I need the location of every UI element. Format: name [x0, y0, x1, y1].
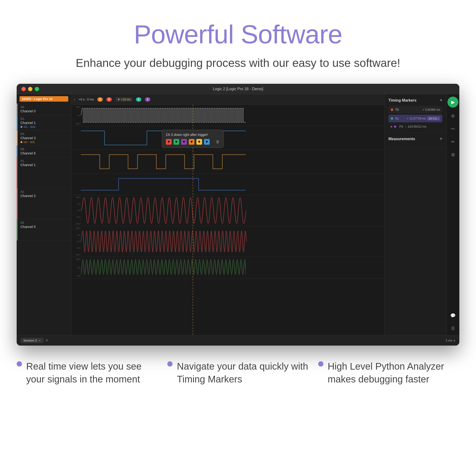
maximize-button[interactable]: [35, 87, 39, 91]
p2-arrow: →: [404, 125, 407, 128]
page-title: Powerful Software: [134, 19, 342, 49]
feature-bullet-2: Navigate your data quickly with Timing M…: [167, 360, 308, 386]
t0-label: T0: [395, 108, 423, 111]
signal-svg-ch3: [81, 150, 246, 173]
session-tab[interactable]: Session 0 ✕: [20, 338, 44, 343]
channel-list: A0. Channel 0 D1. Channel 1 I2C - SDA: [17, 103, 71, 335]
ruler-icon-btn[interactable]: ✏: [449, 137, 457, 146]
session-add[interactable]: +: [46, 338, 48, 343]
feature-bullet-1: Real time view lets you see your signals…: [17, 360, 158, 386]
t1-dot: [391, 117, 393, 120]
protocol-text-d1: I2C - SDA: [24, 125, 35, 128]
waveform-icon-btn[interactable]: 〜: [449, 125, 457, 133]
left-sidebar: DEMO - Logic Pro 16 A0. Channel 0 D1. Ch…: [17, 94, 71, 335]
chat-icon-btn[interactable]: 💬: [449, 311, 457, 320]
tooltip-text: Ch 3 down right after trigger!: [166, 133, 220, 136]
channel-item-d3[interactable]: D3. Channel 3 I2C - SCL: [17, 130, 71, 146]
tooltip-marker-red[interactable]: ▼: [166, 139, 171, 145]
channel-item-a1[interactable]: A1. Channel 1: [17, 157, 71, 188]
y-label-10v: 10 V: [72, 106, 81, 108]
tooltip-marker-green[interactable]: ▼: [173, 139, 179, 145]
channel-protocol-d3: I2C - SCL: [20, 141, 68, 143]
y-label-a1-0v: 0 V: [72, 209, 81, 212]
tooltip-markers: ▼ ▼ ▼ ▼ ▼ ▼ 🗑: [166, 139, 220, 145]
y-label-a2-n10v: -10 V: [72, 254, 81, 256]
tooltip-marker-orange[interactable]: ▼: [189, 139, 194, 145]
icon-bar: ▶ ⚙ 〜 ✏ ⊞ 💬 ☰: [446, 94, 459, 335]
channel-code-d6: D6.: [20, 148, 68, 151]
channel-code-a0: A0.: [20, 105, 68, 109]
measurements-label: Measurements: [389, 137, 415, 141]
time-scale: 2 ms ∧: [445, 339, 456, 342]
add-measurement[interactable]: +: [440, 136, 442, 142]
signal-row-ch3: [71, 150, 384, 174]
channel-name-a2: Channel 2: [20, 194, 68, 198]
y-label-a1-n10v: -10 V: [72, 222, 81, 225]
bullet-dot-1: [17, 361, 22, 367]
tooltip-delete[interactable]: 🗑: [216, 140, 220, 144]
tooltip-marker-purple[interactable]: ▼: [181, 139, 187, 145]
settings-icon-btn[interactable]: ⚙: [449, 112, 457, 120]
y-label-a5-10v: 10 V: [72, 258, 81, 260]
channel-item-a5[interactable]: A5. Channel 5: [17, 219, 71, 241]
features-section: Real time view lets you see your signals…: [17, 360, 459, 386]
y-label-a2-5v: 5 V: [72, 234, 81, 236]
tooltip-marker-blue[interactable]: ▼: [204, 139, 210, 145]
nav-left-arrow[interactable]: ‹: [74, 97, 75, 102]
signal-row-ch0: 10 V 0 V -10 V: [71, 105, 384, 126]
t1-value: 11.67728 ms: [409, 117, 426, 120]
channel-item-d6[interactable]: D6. Channel 6: [17, 146, 71, 157]
timing-marker-p2[interactable]: ▶ P2 → Δ10.85312 ms: [389, 124, 442, 129]
channel-item-a0[interactable]: A0. Channel 0: [17, 103, 71, 115]
time-display: +0 s : 0 ms: [79, 98, 94, 101]
signal-svg-ch0: [81, 105, 246, 126]
feature-item-1: Real time view lets you see your signals…: [17, 360, 158, 386]
feature-item-3: High Level Python Analyzer makes debuggi…: [318, 360, 459, 386]
channel-name-a1: Channel 1: [20, 163, 68, 167]
page-container: Powerful Software Enhance your debugging…: [0, 0, 476, 476]
p2-dot: [394, 126, 396, 128]
minimize-button[interactable]: [28, 87, 32, 91]
session-close[interactable]: ✕: [38, 339, 41, 342]
y-axis-a2: 10 V 5 V 0 V -5 V -10 V: [71, 226, 81, 257]
timeline-area: ‹ +0 s : 0 ms 2 0 ▼ +10 ms 1 2: [71, 94, 384, 335]
channel-code-d1: D1.: [20, 117, 68, 120]
channel-code-d3: D3.: [20, 132, 68, 136]
play-button[interactable]: ▶: [447, 97, 459, 108]
demo-badge: DEMO - Logic Pro 16: [19, 96, 68, 102]
channel-protocol-d1: I2C - SDA: [20, 125, 68, 128]
bullet-dot-2: [167, 361, 172, 367]
trigger-label: +10 ms: [121, 98, 131, 101]
channel-item-d1[interactable]: D1. Channel 1 I2C - SDA: [17, 115, 71, 130]
tooltip-marker-yellow[interactable]: ▼: [196, 139, 202, 145]
y-label-a2-n5v: -5 V: [72, 247, 81, 249]
t1-label: T1: [395, 117, 407, 120]
menu-icon-btn[interactable]: ☰: [449, 324, 457, 333]
signal-canvas: Ch 3 down right after trigger! ▼ ▼ ▼ ▼ ▼…: [71, 105, 384, 335]
marker-badge-0: 0: [106, 97, 112, 102]
timing-marker-t1[interactable]: T1 = 11.67728 ms Ch 3 d...: [389, 115, 442, 122]
t0-dot: [391, 108, 393, 111]
p2-expand: ▶: [391, 125, 393, 128]
grid-icon-btn[interactable]: ⊞: [449, 151, 457, 159]
channel-code-a1: A1.: [20, 159, 68, 163]
signal-row-ch1: [71, 126, 384, 150]
measurements-section: Measurements +: [385, 133, 446, 148]
close-button[interactable]: [21, 87, 26, 91]
marker-badge-1: 1: [136, 97, 141, 102]
y-label-0v: 0 V: [72, 114, 81, 117]
y-axis-a5: 10 V 5 V 0 V: [71, 257, 81, 278]
feature-text-3: High Level Python Analyzer makes debuggi…: [328, 360, 459, 386]
timeline-header: ‹ +0 s : 0 ms 2 0 ▼ +10 ms 1 2: [71, 94, 384, 105]
timing-markers-title: Timing Markers +: [389, 98, 442, 103]
y-label-a1-10v: 10 V: [72, 196, 81, 199]
timing-marker-t0[interactable]: T0 = 5.84368 ms: [389, 106, 442, 113]
p2-label: P2: [399, 125, 403, 128]
channel-item-a2[interactable]: A2. Channel 2: [17, 188, 71, 219]
y-axis-ch0: 10 V 0 V -10 V: [71, 105, 81, 126]
y-label-n10v: -10 V: [72, 122, 81, 125]
signal-svg-a2: [81, 226, 246, 257]
tooltip-popup: Ch 3 down right after trigger! ▼ ▼ ▼ ▼ ▼…: [162, 130, 224, 148]
y-axis-a1: 10 V 5 V 0 V -5 V -10 V: [71, 195, 81, 226]
add-timing-marker[interactable]: +: [440, 98, 442, 103]
